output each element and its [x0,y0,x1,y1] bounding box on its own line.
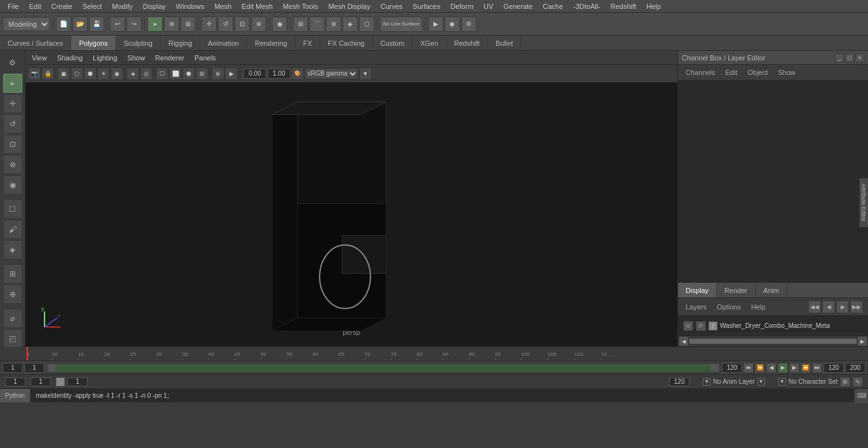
layers-nav-help[interactable]: Help [749,302,768,312]
move-btn[interactable]: ✛ [201,17,217,32]
scroll-track[interactable] [689,339,857,344]
go-to-start-btn[interactable]: ⏮ [743,363,754,373]
scale-btn[interactable]: ⊡ [234,17,250,32]
save-scene-btn[interactable]: 💾 [89,17,104,32]
tab-redshift[interactable]: Redshift [447,36,488,50]
play-btn[interactable]: ▶ [778,363,788,373]
snap-surface-btn[interactable]: ⬡ [359,17,374,32]
go-to-end-btn[interactable]: ⏭ [812,363,822,373]
python-mode-label[interactable]: Python [0,389,31,402]
vt-anim-btn[interactable]: ▶ [225,67,238,80]
select-mode-btn[interactable]: ▸ [3,74,22,93]
status-frame-2[interactable]: 1 [31,377,51,386]
prev-frame-btn[interactable]: ◀ [766,363,776,373]
char-set-icon[interactable]: ▼ [778,378,786,386]
coord-y-input[interactable]: 1.00 [268,69,290,79]
max-range-input[interactable]: 200 [845,363,865,373]
vt-wireframe-btn[interactable]: ▣ [57,67,70,80]
vt-xray-btn[interactable]: ◎ [140,67,153,80]
rotate-btn[interactable]: ↺ [218,17,233,32]
universal-mode-btn[interactable]: ⊗ [3,155,22,174]
redo-btn[interactable]: ↪ [126,17,142,32]
end-frame-input[interactable]: 120 [722,363,742,373]
open-scene-btn[interactable]: 📂 [72,17,88,32]
lock-btn[interactable]: 🔒 [41,67,54,80]
vt-safe-action-btn[interactable]: ⬟ [182,67,195,80]
vt-hud-btn[interactable]: ⊕ [212,67,224,80]
renderer-menu[interactable]: Renderer [151,51,188,64]
snap-point-btn[interactable]: ⊕ [326,17,341,32]
next-frame-btn[interactable]: ▶ [789,363,799,373]
channels-nav[interactable]: Channels [683,67,717,78]
display-tab-display[interactable]: Display [678,283,717,297]
tab-bullet[interactable]: Bullet [488,36,522,50]
layers-nav-layers[interactable]: Layers [683,302,709,312]
tab-sculpting[interactable]: Sculpting [116,36,161,50]
tab-curves-surfaces[interactable]: Curves / Surfaces [0,36,71,50]
cb-minimize-btn[interactable]: _ [835,53,844,62]
select-tool-btn[interactable]: ▸ [147,17,163,32]
vt-extra-btn[interactable]: ▼ [359,67,372,80]
srgb-btn[interactable]: 🎨 [291,67,304,80]
status-frame-3[interactable]: 1 [67,377,88,386]
scroll-right-btn[interactable]: ▶ [858,337,867,346]
shading-menu[interactable]: Shading [53,51,86,64]
undo-btn[interactable]: ↩ [110,17,125,32]
tab-custom[interactable]: Custom [373,36,413,50]
range-end-handle[interactable] [711,364,719,372]
command-icon[interactable]: ⌨ [854,389,868,403]
tab-xgen[interactable]: XGen [412,36,446,50]
cb-expand-btn[interactable]: □ [845,53,854,62]
start-frame-input[interactable]: 1 [3,363,23,373]
menu-deform[interactable]: Deform [445,0,478,12]
ipr-btn[interactable]: ◉ [445,17,460,32]
render-settings-btn[interactable]: ⚙ [461,17,477,32]
paint-sel-btn[interactable]: ⊞ [180,17,196,32]
anim-layer-icon[interactable]: ▼ [703,378,710,386]
range-end-input[interactable]: 1 [824,363,844,373]
camera-btn[interactable]: 📷 [28,67,41,80]
layer-p-btn[interactable]: P [696,321,706,331]
settings-gear-btn[interactable]: ⚙ [3,53,22,72]
align-btn[interactable]: ⊕ [3,285,22,304]
soft-mod-btn[interactable]: ◉ [3,175,22,194]
lighting-menu[interactable]: Lighting [89,51,121,64]
show-nav[interactable]: Show [775,67,798,78]
menu-create[interactable]: Create [46,0,78,12]
layer-v-btn[interactable]: V [683,321,693,331]
menu-windows[interactable]: Windows [171,0,210,12]
char-set-add-btn[interactable]: ⚙ [840,377,850,387]
vt-film-gate-btn[interactable]: ⬜ [169,67,182,80]
new-scene-btn[interactable]: 📄 [56,17,71,32]
vt-smooth-btn[interactable]: ⬡ [71,67,83,80]
attribute-editor-side-tab[interactable]: Attribute Editor [859,178,868,227]
menu-cache[interactable]: Cache [538,0,568,12]
status-max-frame[interactable]: 120 [669,377,689,386]
sculpt-btn[interactable]: ◈ [3,240,22,259]
show-manip-btn[interactable]: ☐ [3,200,22,219]
menu-uv[interactable]: UV [478,0,498,12]
edit-nav[interactable]: Edit [722,67,740,78]
vt-isolate-btn[interactable]: ◈ [126,67,139,80]
view-menu[interactable]: View [28,51,51,64]
rotate-mode-btn[interactable]: ↺ [3,114,22,133]
scale-mode-btn[interactable]: ⊡ [3,135,22,154]
menu-modify[interactable]: Modify [107,0,137,12]
tab-animation[interactable]: Animation [200,36,247,50]
menu-3dtoall[interactable]: -3DtoAll- [568,0,606,12]
layer-item-0[interactable]: V P / Washer_Dryer_Combo_Machine_Meta [681,318,865,334]
timeline-ruler[interactable]: 5 10 15 20 25 30 35 40 45 50 5 [0,347,868,360]
layer-prev-prev-btn[interactable]: ◀◀ [808,301,821,313]
menu-mesh-tools[interactable]: Mesh Tools [278,0,323,12]
step-fwd-btn[interactable]: ⏩ [801,363,811,373]
tab-fx-caching[interactable]: FX Caching [320,36,372,50]
menu-file[interactable]: File [3,0,24,12]
menu-generate[interactable]: Generate [498,0,538,12]
menu-curves[interactable]: Curves [376,0,408,12]
tab-fx[interactable]: FX [295,36,320,50]
gamma-select[interactable]: sRGB gamma [304,68,358,79]
scroll-left-btn[interactable]: ◀ [679,337,688,346]
menu-display[interactable]: Display [138,0,171,12]
current-frame-input[interactable]: 1 [24,363,44,373]
vt-texture-btn[interactable]: ⬢ [84,67,97,80]
